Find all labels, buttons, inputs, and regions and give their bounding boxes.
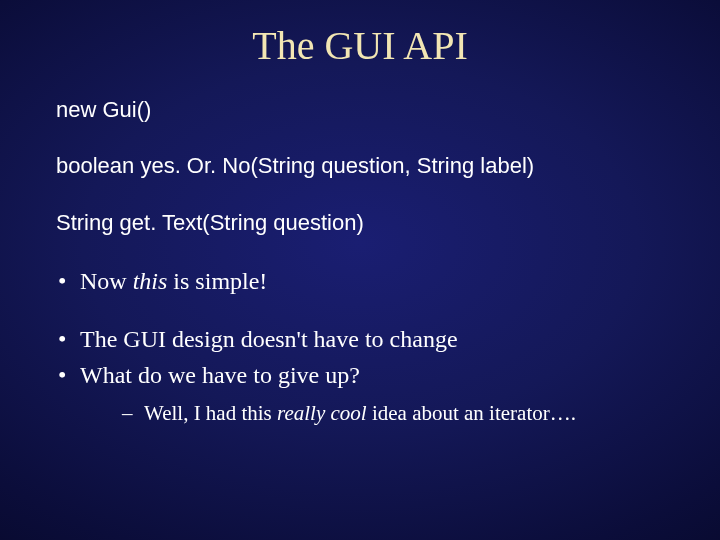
bullet-1-pre: Now [80,268,133,294]
bullet-1-em: this [133,268,168,294]
code-line-2: boolean yes. Or. No(String question, Str… [56,153,664,179]
bullet-3-text: What do we have to give up? [80,362,360,388]
bullet-item-3: What do we have to give up? Well, I had … [56,360,664,426]
bullet-list: Now this is simple! The GUI design doesn… [56,266,664,426]
slide: The GUI API new Gui() boolean yes. Or. N… [0,0,720,540]
code-line-3: String get. Text(String question) [56,210,664,236]
sub-1-em: really cool [277,401,367,425]
bullet-item-2: The GUI design doesn't have to change [56,324,664,354]
sub-bullet-list: Well, I had this really cool idea about … [122,400,664,426]
sub-1-pre: Well, I had this [144,401,277,425]
bullet-1-post: is simple! [167,268,267,294]
bullet-item-1: Now this is simple! [56,266,664,296]
slide-title: The GUI API [56,22,664,69]
sub-1-post: idea about an iterator…. [367,401,576,425]
sub-bullet-1: Well, I had this really cool idea about … [122,400,664,426]
code-line-1: new Gui() [56,97,664,123]
